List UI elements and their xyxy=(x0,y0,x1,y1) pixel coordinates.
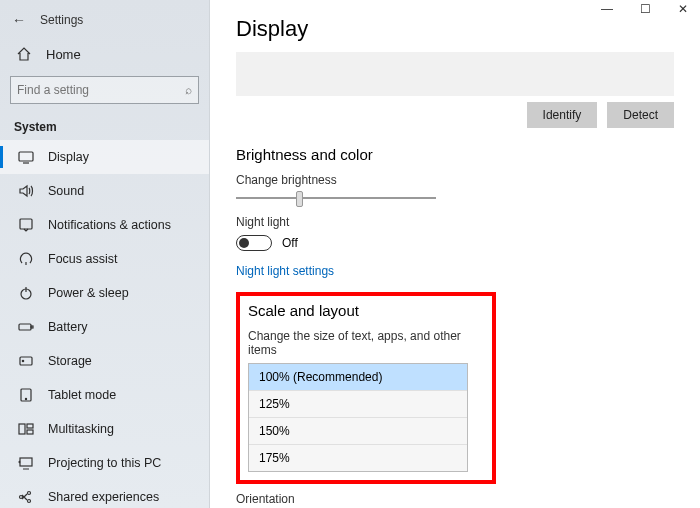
night-light-label: Night light xyxy=(236,215,674,229)
minimize-button[interactable]: — xyxy=(598,2,616,16)
svg-rect-4 xyxy=(31,326,33,328)
sidebar-item-label: Focus assist xyxy=(48,252,117,266)
maximize-button[interactable]: ☐ xyxy=(636,2,654,16)
svg-rect-3 xyxy=(19,324,31,330)
svg-rect-0 xyxy=(19,152,33,161)
focus-icon xyxy=(18,251,34,267)
svg-rect-1 xyxy=(20,219,32,229)
storage-icon xyxy=(18,353,34,369)
sidebar-item-multitasking[interactable]: Multitasking xyxy=(0,412,209,446)
night-light-toggle[interactable] xyxy=(236,235,272,251)
scale-option-175[interactable]: 175% xyxy=(249,445,467,471)
sidebar-item-label: Tablet mode xyxy=(48,388,116,402)
svg-point-13 xyxy=(20,496,23,499)
app-name: Settings xyxy=(40,13,83,27)
toggle-knob xyxy=(239,238,249,248)
svg-rect-12 xyxy=(20,458,32,466)
project-icon xyxy=(18,455,34,471)
sidebar-item-label: Shared experiences xyxy=(48,490,159,504)
sidebar-item-notifications[interactable]: Notifications & actions xyxy=(0,208,209,242)
category-system: System xyxy=(0,114,209,140)
sidebar-item-label: Battery xyxy=(48,320,88,334)
sidebar-item-display[interactable]: Display xyxy=(0,140,209,174)
display-icon xyxy=(18,149,34,165)
section-scale: Scale and layout xyxy=(248,302,484,319)
scale-dropdown[interactable]: 100% (Recommended) 125% 150% 175% xyxy=(248,363,468,472)
scale-option-100[interactable]: 100% (Recommended) xyxy=(249,364,467,391)
sidebar-item-shared[interactable]: Shared experiences xyxy=(0,480,209,508)
search-icon: ⌕ xyxy=(185,83,192,97)
search-field[interactable] xyxy=(17,83,185,97)
identify-button[interactable]: Identify xyxy=(527,102,598,128)
night-light-state: Off xyxy=(282,236,298,250)
titlebar: ← Settings xyxy=(0,8,209,36)
sidebar-item-sound[interactable]: Sound xyxy=(0,174,209,208)
sidebar-item-label: Display xyxy=(48,150,89,164)
close-button[interactable]: ✕ xyxy=(674,2,692,16)
sound-icon xyxy=(18,183,34,199)
home-icon xyxy=(16,46,32,62)
power-icon xyxy=(18,285,34,301)
svg-point-6 xyxy=(22,360,23,361)
sidebar-item-power[interactable]: Power & sleep xyxy=(0,276,209,310)
scale-label: Change the size of text, apps, and other… xyxy=(248,329,484,357)
sidebar-item-label: Notifications & actions xyxy=(48,218,171,232)
main-content: — ☐ ✕ Display Identify Detect Brightness… xyxy=(210,0,700,508)
brightness-slider[interactable] xyxy=(236,197,436,199)
battery-icon xyxy=(18,319,34,335)
window-controls: — ☐ ✕ xyxy=(598,2,692,16)
sidebar-item-label: Sound xyxy=(48,184,84,198)
detect-button[interactable]: Detect xyxy=(607,102,674,128)
sidebar-item-focus[interactable]: Focus assist xyxy=(0,242,209,276)
night-light-settings-link[interactable]: Night light settings xyxy=(236,264,334,278)
sidebar: ← Settings Home ⌕ System Display Sound N xyxy=(0,0,210,508)
orientation-label: Orientation xyxy=(236,492,674,506)
sidebar-item-label: Multitasking xyxy=(48,422,114,436)
svg-rect-9 xyxy=(19,424,25,434)
brightness-label: Change brightness xyxy=(236,173,674,187)
svg-point-15 xyxy=(28,500,31,503)
scale-highlight-box: Scale and layout Change the size of text… xyxy=(236,292,496,484)
sidebar-item-storage[interactable]: Storage xyxy=(0,344,209,378)
home-label: Home xyxy=(46,47,81,62)
back-icon[interactable]: ← xyxy=(12,12,26,28)
multitask-icon xyxy=(18,421,34,437)
sidebar-item-battery[interactable]: Battery xyxy=(0,310,209,344)
scale-option-125[interactable]: 125% xyxy=(249,391,467,418)
share-icon xyxy=(18,489,34,505)
scale-option-150[interactable]: 150% xyxy=(249,418,467,445)
tablet-icon xyxy=(18,387,34,403)
sidebar-item-tablet[interactable]: Tablet mode xyxy=(0,378,209,412)
home-button[interactable]: Home xyxy=(0,36,209,72)
monitor-preview xyxy=(236,52,674,96)
sidebar-item-label: Power & sleep xyxy=(48,286,129,300)
sidebar-item-label: Projecting to this PC xyxy=(48,456,161,470)
section-brightness: Brightness and color xyxy=(236,146,674,163)
sidebar-item-projecting[interactable]: Projecting to this PC xyxy=(0,446,209,480)
page-title: Display xyxy=(236,16,674,42)
search-input[interactable]: ⌕ xyxy=(10,76,199,104)
slider-thumb[interactable] xyxy=(296,191,303,207)
sidebar-item-label: Storage xyxy=(48,354,92,368)
svg-rect-11 xyxy=(27,430,33,434)
svg-point-8 xyxy=(25,398,26,399)
svg-rect-10 xyxy=(27,424,33,428)
svg-point-14 xyxy=(28,492,31,495)
notifications-icon xyxy=(18,217,34,233)
